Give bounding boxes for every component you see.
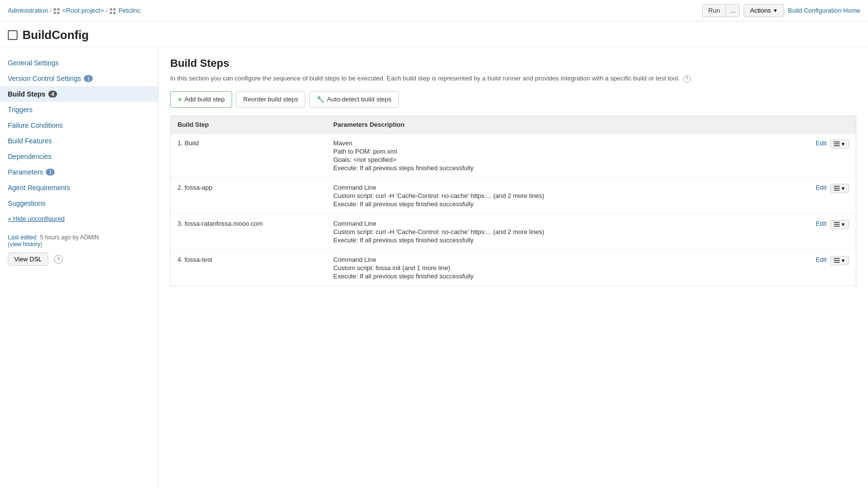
sidebar-item-label-agent-requirements: Agent Requirements bbox=[8, 184, 70, 192]
sidebar-item-label-dependencies: Dependencies bbox=[8, 153, 52, 160]
run-button[interactable]: Run ... bbox=[702, 4, 740, 17]
page-title: BuildConfig bbox=[22, 28, 89, 42]
sidebar-item-suggestions[interactable]: Suggestions bbox=[0, 196, 158, 211]
breadcrumb-root-icon bbox=[54, 7, 60, 14]
sidebar-item-build-features[interactable]: Build Features bbox=[0, 133, 158, 149]
section-desc: In this section you can configure the se… bbox=[170, 74, 856, 83]
row-actions-1: Edit▼ bbox=[816, 184, 849, 193]
sidebar-item-label-parameters: Parameters bbox=[8, 168, 43, 176]
svg-rect-2 bbox=[54, 12, 56, 14]
sidebar-badge-version-control-settings: 1 bbox=[84, 75, 93, 82]
top-actions: Run ... Actions ▼ Build Configuration Ho… bbox=[702, 4, 860, 17]
action-bar: + Add build step Reorder build steps 🔧 A… bbox=[170, 91, 856, 108]
run-label[interactable]: Run bbox=[703, 4, 727, 17]
wand-icon: 🔧 bbox=[316, 96, 324, 103]
edit-link-2[interactable]: Edit bbox=[816, 220, 827, 227]
sidebar-item-build-steps[interactable]: Build Steps4 bbox=[0, 86, 158, 102]
reorder-button[interactable]: Reorder build steps bbox=[236, 91, 306, 108]
actions-arrow-icon: ▼ bbox=[773, 8, 778, 13]
sidebar-item-label-triggers: Triggers bbox=[8, 106, 33, 114]
menu-lines-icon bbox=[834, 186, 840, 191]
sidebar-item-agent-requirements[interactable]: Agent Requirements bbox=[0, 180, 158, 196]
sidebar-item-triggers[interactable]: Triggers bbox=[0, 102, 158, 118]
menu-lines-icon bbox=[834, 222, 840, 227]
step-params-2: Command LineCustom script: curl -H 'Cach… bbox=[327, 214, 856, 250]
breadcrumb-root[interactable]: <Root project> bbox=[62, 7, 104, 14]
svg-rect-7 bbox=[113, 12, 116, 14]
breadcrumb-project[interactable]: Petclinc bbox=[118, 7, 141, 14]
sidebar-item-parameters[interactable]: Parameters1 bbox=[0, 164, 158, 180]
edit-link-3[interactable]: Edit bbox=[816, 256, 827, 263]
menu-lines-icon bbox=[834, 141, 840, 146]
svg-rect-3 bbox=[57, 12, 59, 14]
table-row: 1. BuildMavenPath to POM: pom.xmlGoals: … bbox=[171, 133, 856, 177]
sidebar-footer: Last edited 5 hours ago by ADMIN (view h… bbox=[0, 226, 158, 274]
last-edited-time: 5 hours ago by ADMIN bbox=[40, 234, 99, 241]
layout: General SettingsVersion Control Settings… bbox=[0, 47, 868, 489]
table-row: 3. fossa-ratanfossa.mooo.comCommand Line… bbox=[171, 214, 856, 250]
last-edited-label[interactable]: Last edited bbox=[8, 234, 37, 241]
param-line-1-0: Custom script: curl -H 'Cache-Control: n… bbox=[334, 192, 808, 199]
param-line-3-0: Custom script: fossa init (and 1 more li… bbox=[334, 264, 808, 272]
breadcrumb-sep1: / bbox=[50, 7, 52, 14]
sidebar: General SettingsVersion Control Settings… bbox=[0, 47, 158, 489]
actions-label: Actions bbox=[750, 7, 771, 14]
config-home-link[interactable]: Build Configuration Home bbox=[788, 7, 860, 14]
edit-link-1[interactable]: Edit bbox=[816, 184, 827, 191]
breadcrumb: Administration / <Root project> / Petcli… bbox=[8, 7, 140, 14]
main-content: Build Steps In this section you can conf… bbox=[158, 47, 868, 489]
svg-rect-5 bbox=[113, 8, 116, 11]
svg-rect-1 bbox=[57, 8, 59, 11]
menu-lines-icon bbox=[834, 258, 840, 263]
step-name-1: 2. fossa-app bbox=[171, 177, 327, 214]
sidebar-item-label-version-control-settings: Version Control Settings bbox=[8, 75, 81, 82]
build-steps-table: Build Step Parameters Description 1. Bui… bbox=[170, 116, 856, 286]
dsl-help-icon[interactable]: ? bbox=[54, 255, 63, 264]
actions-button[interactable]: Actions ▼ bbox=[744, 4, 784, 17]
hide-unconfigured-link[interactable]: « Hide unconfigured bbox=[0, 211, 158, 226]
svg-rect-6 bbox=[110, 12, 112, 14]
run-more-button[interactable]: ... bbox=[726, 4, 739, 17]
sidebar-item-label-build-steps: Build Steps bbox=[8, 90, 45, 98]
step-name-3: 4. fossa-test bbox=[171, 250, 327, 286]
sidebar-item-label-build-features: Build Features bbox=[8, 137, 52, 145]
row-actions-0: Edit▼ bbox=[816, 139, 849, 149]
add-build-step-button[interactable]: + Add build step bbox=[170, 91, 232, 108]
plus-icon: + bbox=[178, 95, 182, 104]
param-line-0-2: Execute: If all previous steps finished … bbox=[334, 164, 808, 172]
step-name-0: 1. Build bbox=[171, 133, 327, 177]
menu-button-2[interactable]: ▼ bbox=[830, 220, 849, 229]
edit-link-0[interactable]: Edit bbox=[816, 139, 827, 147]
add-step-label: Add build step bbox=[184, 96, 224, 103]
runner-type-1: Command Line bbox=[334, 184, 808, 191]
param-line-0-1: Goals: <not specified> bbox=[334, 156, 808, 163]
breadcrumb-admin[interactable]: Administration bbox=[8, 7, 48, 14]
param-line-0-0: Path to POM: pom.xml bbox=[334, 148, 808, 155]
row-actions-3: Edit▼ bbox=[816, 256, 849, 265]
build-config-icon bbox=[8, 30, 18, 40]
view-history-link[interactable]: view history bbox=[10, 241, 40, 248]
col-build-step: Build Step bbox=[171, 116, 327, 133]
menu-button-3[interactable]: ▼ bbox=[830, 256, 849, 265]
autodetect-button[interactable]: 🔧 Auto-detect build steps bbox=[309, 91, 398, 108]
row-actions-2: Edit▼ bbox=[816, 220, 849, 229]
step-params-3: Command LineCustom script: fossa init (a… bbox=[327, 250, 856, 286]
last-edited-text: Last edited 5 hours ago by ADMIN (view h… bbox=[8, 234, 150, 248]
top-bar: Administration / <Root project> / Petcli… bbox=[0, 0, 868, 21]
section-title: Build Steps bbox=[170, 57, 856, 70]
sidebar-badge-build-steps: 4 bbox=[48, 91, 57, 98]
view-dsl-button[interactable]: View DSL bbox=[8, 253, 48, 266]
sidebar-badge-parameters: 1 bbox=[46, 169, 55, 176]
breadcrumb-sep2: / bbox=[106, 7, 108, 14]
sidebar-item-label-general-settings: General Settings bbox=[8, 59, 59, 67]
sidebar-item-general-settings[interactable]: General Settings bbox=[0, 55, 158, 71]
menu-button-0[interactable]: ▼ bbox=[830, 139, 849, 149]
menu-button-1[interactable]: ▼ bbox=[830, 184, 849, 193]
sidebar-item-dependencies[interactable]: Dependencies bbox=[0, 149, 158, 164]
svg-rect-0 bbox=[54, 8, 56, 11]
sidebar-item-version-control-settings[interactable]: Version Control Settings1 bbox=[0, 71, 158, 86]
sidebar-item-failure-conditions[interactable]: Failure Conditions bbox=[0, 118, 158, 133]
table-row: 2. fossa-appCommand LineCustom script: c… bbox=[171, 177, 856, 214]
section-help-icon[interactable]: ? bbox=[683, 75, 691, 83]
runner-type-0: Maven bbox=[334, 139, 808, 147]
